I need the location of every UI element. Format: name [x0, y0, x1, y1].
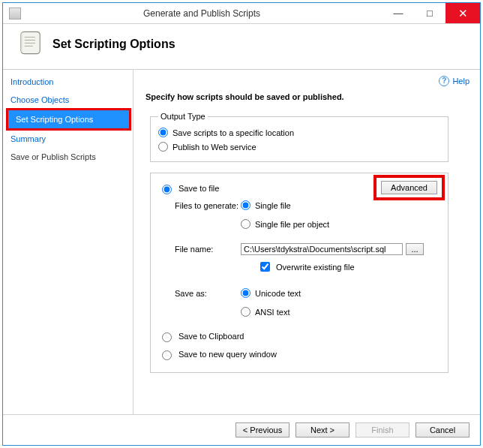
radio-publish-web[interactable]: Publish to Web service — [158, 140, 440, 154]
overwrite-checkbox[interactable]: Overwrite existing file — [158, 257, 440, 276]
save-options-group: Advanced Save to file Files to generate:… — [150, 173, 448, 373]
radio-save-new-query-input[interactable] — [162, 350, 172, 360]
radio-unicode-label: Unicode text — [255, 289, 301, 298]
radio-save-location-input[interactable] — [158, 128, 168, 137]
app-icon — [9, 8, 21, 20]
script-scroll-icon — [15, 30, 44, 59]
radio-single-per-object[interactable]: Single file per object — [241, 217, 329, 231]
nav-introduction[interactable]: Introduction — [3, 73, 133, 91]
radio-save-location-label: Save scripts to a specific location — [172, 128, 294, 137]
content-pane: ? Help Specify how scripts should be sav… — [134, 70, 480, 414]
finish-button[interactable]: Finish — [356, 422, 410, 437]
radio-save-clipboard[interactable]: Save to Clipboard — [158, 329, 440, 344]
file-name-field[interactable] — [241, 243, 403, 255]
instruction-text: Specify how scripts should be saved or p… — [146, 92, 468, 101]
radio-single-file-label: Single file — [255, 201, 291, 210]
save-as-label: Save as: — [158, 289, 241, 298]
highlight-box-advanced: Advanced — [374, 175, 445, 200]
nav-save-or-publish[interactable]: Save or Publish Scripts — [3, 148, 133, 166]
radio-publish-web-label: Publish to Web service — [172, 143, 256, 152]
header: Set Scripting Options — [3, 24, 480, 69]
previous-button[interactable]: < Previous — [236, 422, 290, 437]
titlebar: Generate and Publish Scripts — □ ✕ — [3, 3, 480, 24]
radio-save-to-file-label: Save to file — [178, 184, 219, 193]
radio-save-clipboard-label: Save to Clipboard — [178, 332, 244, 341]
footer: < Previous Next > Finish Cancel — [3, 414, 480, 445]
output-type-legend: Output Type — [158, 112, 208, 121]
close-button[interactable]: ✕ — [446, 3, 480, 23]
output-type-group: Output Type Save scripts to a specific l… — [150, 112, 448, 162]
file-name-label: File name: — [158, 245, 241, 254]
radio-unicode[interactable]: Unicode text — [241, 286, 301, 300]
sidebar: Introduction Choose Objects Set Scriptin… — [3, 70, 134, 414]
browse-button[interactable]: ... — [406, 243, 424, 255]
radio-single-file[interactable]: Single file — [241, 198, 291, 212]
highlight-box: Set Scripting Options — [6, 108, 131, 131]
radio-save-clipboard-input[interactable] — [162, 332, 172, 342]
radio-single-per-object-input[interactable] — [241, 219, 250, 229]
help-link[interactable]: ? Help — [439, 76, 470, 86]
page-title: Set Scripting Options — [52, 38, 176, 51]
minimize-button[interactable]: — — [382, 3, 414, 23]
window-title: Generate and Publish Scripts — [21, 8, 382, 19]
radio-ansi-label: ANSI text — [255, 308, 290, 317]
overwrite-checkbox-label: Overwrite existing file — [276, 263, 355, 272]
overwrite-checkbox-input[interactable] — [260, 262, 270, 272]
nav-summary[interactable]: Summary — [3, 130, 133, 148]
radio-save-to-file-input[interactable] — [162, 185, 172, 194]
body: Introduction Choose Objects Set Scriptin… — [3, 69, 480, 414]
files-to-generate-label: Files to generate: — [158, 201, 241, 210]
radio-publish-web-input[interactable] — [158, 142, 168, 152]
radio-save-location[interactable]: Save scripts to a specific location — [158, 125, 440, 140]
radio-ansi-input[interactable] — [241, 307, 250, 317]
radio-unicode-input[interactable] — [241, 288, 250, 298]
radio-save-new-query[interactable]: Save to new query window — [158, 347, 440, 362]
window-controls: — □ ✕ — [382, 3, 480, 23]
advanced-button[interactable]: Advanced — [381, 181, 437, 194]
radio-ansi[interactable]: ANSI text — [241, 305, 290, 319]
help-label: Help — [452, 77, 470, 86]
cancel-button[interactable]: Cancel — [416, 422, 470, 437]
nav-set-scripting-options[interactable]: Set Scripting Options — [8, 110, 129, 128]
wizard-window: Generate and Publish Scripts — □ ✕ Set S… — [2, 2, 481, 446]
nav-choose-objects[interactable]: Choose Objects — [3, 91, 133, 109]
radio-single-file-input[interactable] — [241, 200, 250, 210]
maximize-button[interactable]: □ — [414, 3, 446, 23]
radio-single-per-object-label: Single file per object — [255, 220, 329, 229]
next-button[interactable]: Next > — [296, 422, 350, 437]
help-icon: ? — [439, 76, 449, 86]
radio-save-new-query-label: Save to new query window — [178, 350, 277, 359]
